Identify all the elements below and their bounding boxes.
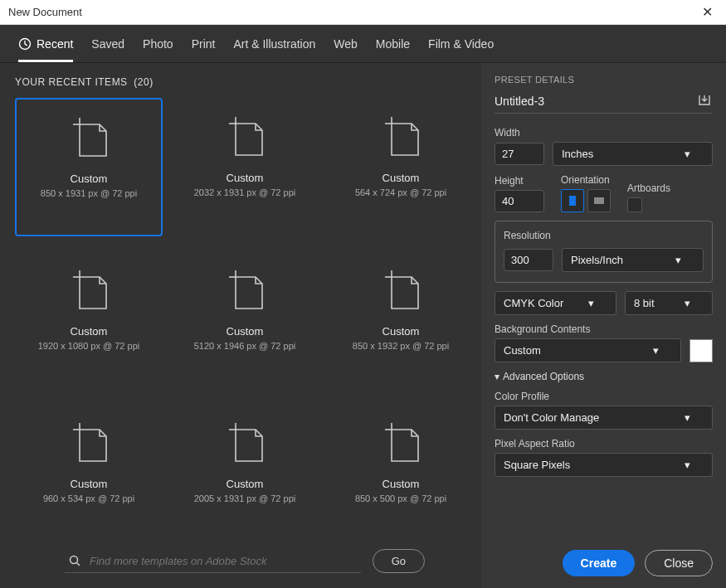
document-icon <box>175 260 314 320</box>
search-input[interactable] <box>90 555 358 567</box>
preset-card[interactable]: Custom5120 x 1946 px @ 72 ppi <box>171 251 319 388</box>
chevron-down-icon: ▾ <box>685 148 690 160</box>
tab-label: Recent <box>37 37 73 51</box>
color-mode-select[interactable]: CMYK Color ▾ <box>495 291 616 315</box>
document-icon <box>331 107 470 167</box>
preset-subtitle: 564 x 724 px @ 72 ppi <box>331 187 470 197</box>
tab-recent[interactable]: Recent <box>18 25 73 62</box>
document-icon <box>175 107 314 167</box>
bg-group: Background Contents Custom ▾ <box>495 323 713 362</box>
orientation-landscape-button[interactable] <box>587 189 611 212</box>
preset-subtitle: 2032 x 1931 px @ 72 ppi <box>175 187 314 197</box>
select-value: Custom <box>504 344 541 357</box>
orientation-portrait-button[interactable] <box>561 189 584 212</box>
save-preset-icon[interactable] <box>696 93 713 109</box>
tab-art[interactable]: Art & Illustration <box>233 25 315 62</box>
bg-color-swatch[interactable] <box>689 339 713 362</box>
tab-label: Art & Illustration <box>233 37 315 51</box>
bg-label: Background Contents <box>495 323 713 335</box>
tab-print[interactable]: Print <box>192 25 216 62</box>
recent-count: (20) <box>134 76 153 88</box>
document-icon <box>19 260 158 320</box>
recent-heading-text: YOUR RECENT ITEMS <box>15 76 128 88</box>
pixel-aspect-select[interactable]: Square Pixels ▾ <box>495 453 713 477</box>
preset-card[interactable]: Custom2032 x 1931 px @ 72 ppi <box>171 98 319 236</box>
preset-subtitle: 1920 x 1080 px @ 72 ppi <box>19 341 158 351</box>
tab-label: Film & Video <box>428 37 494 51</box>
resolution-unit-select[interactable]: Pixels/Inch ▾ <box>562 248 704 272</box>
chevron-down-icon: ▾ <box>675 254 681 266</box>
profile-label: Color Profile <box>495 391 713 402</box>
preset-title: Custom <box>331 172 470 184</box>
svg-rect-22 <box>594 197 604 204</box>
width-input[interactable] <box>495 143 544 165</box>
tab-web[interactable]: Web <box>334 25 358 62</box>
preset-subtitle: 2005 x 1931 px @ 72 ppi <box>175 493 314 503</box>
select-value: Square Pixels <box>504 459 570 471</box>
preset-title: Custom <box>19 325 158 338</box>
color-profile-group: Color Profile Don't Color Manage ▾ <box>495 391 713 430</box>
go-button[interactable]: Go <box>373 549 425 573</box>
doc-name-field[interactable]: Untitled-3 <box>495 95 696 108</box>
width-unit-select[interactable]: Inches ▾ <box>553 142 713 166</box>
select-value: Inches <box>562 148 593 160</box>
preset-title: Custom <box>331 325 470 338</box>
preset-title: Custom <box>331 478 470 490</box>
height-input[interactable] <box>495 190 544 212</box>
close-button[interactable]: Close <box>645 550 713 576</box>
preset-subtitle: 5120 x 1946 px @ 72 ppi <box>175 341 314 351</box>
preset-title: Custom <box>175 172 314 184</box>
document-icon <box>19 413 158 473</box>
chevron-down-icon: ▾ <box>653 344 659 357</box>
preset-title: Custom <box>175 325 314 338</box>
tab-label: Print <box>192 37 216 51</box>
preset-details-heading: PRESET DETAILS <box>495 75 713 85</box>
chevron-down-icon: ▾ <box>495 371 499 382</box>
preset-title: Custom <box>20 173 158 185</box>
recent-panel: YOUR RECENT ITEMS (20) Custom850 x 1931 … <box>0 63 481 588</box>
preset-card[interactable]: Custom850 x 1931 px @ 72 ppi <box>15 98 163 236</box>
color-profile-select[interactable]: Don't Color Manage ▾ <box>495 406 713 430</box>
document-icon <box>331 260 470 320</box>
app-body: Recent Saved Photo Print Art & Illustrat… <box>0 25 726 588</box>
preset-subtitle: 960 x 534 px @ 72 ppi <box>19 493 158 503</box>
chevron-down-icon: ▾ <box>685 411 690 424</box>
resolution-group: Resolution Pixels/Inch ▾ <box>495 221 713 283</box>
height-row: Height Orientation Artboards <box>495 174 713 212</box>
width-label: Width <box>495 127 713 138</box>
tab-saved[interactable]: Saved <box>91 25 124 62</box>
tab-mobile[interactable]: Mobile <box>376 25 410 62</box>
close-icon[interactable]: ✕ <box>697 4 718 20</box>
resolution-input[interactable] <box>504 249 553 271</box>
preset-card[interactable]: Custom850 x 500 px @ 72 ppi <box>327 404 475 541</box>
tab-photo[interactable]: Photo <box>143 25 173 62</box>
chevron-down-icon: ▾ <box>685 297 690 309</box>
preset-subtitle: 850 x 1931 px @ 72 ppi <box>20 188 158 198</box>
preset-card[interactable]: Custom564 x 724 px @ 72 ppi <box>327 98 475 236</box>
create-button[interactable]: Create <box>563 550 636 576</box>
preset-subtitle: 850 x 1932 px @ 72 ppi <box>331 341 470 351</box>
category-tabs: Recent Saved Photo Print Art & Illustrat… <box>0 25 726 63</box>
preset-card[interactable]: Custom2005 x 1931 px @ 72 ppi <box>171 404 319 541</box>
portrait-icon <box>566 194 579 207</box>
artboards-checkbox[interactable] <box>627 197 642 212</box>
preset-card[interactable]: Custom850 x 1932 px @ 72 ppi <box>327 251 475 388</box>
document-icon <box>331 413 470 473</box>
tab-label: Saved <box>91 37 124 51</box>
search-row: Go <box>15 541 475 578</box>
preset-card[interactable]: Custom1920 x 1080 px @ 72 ppi <box>15 251 163 388</box>
select-value: Don't Color Manage <box>504 411 599 424</box>
preset-card[interactable]: Custom960 x 534 px @ 72 ppi <box>15 404 163 541</box>
bg-select[interactable]: Custom ▾ <box>495 338 681 362</box>
chevron-down-icon: ▾ <box>588 297 594 309</box>
recent-heading: YOUR RECENT ITEMS (20) <box>15 76 475 88</box>
search-box[interactable] <box>65 549 361 573</box>
advanced-label: Advanced Options <box>503 371 584 382</box>
advanced-options-toggle[interactable]: ▾ Advanced Options <box>495 371 713 382</box>
tab-film[interactable]: Film & Video <box>428 25 494 62</box>
resolution-label: Resolution <box>504 230 704 241</box>
orientation-label: Orientation <box>561 174 611 186</box>
tab-label: Web <box>334 37 358 51</box>
pixel-aspect-group: Pixel Aspect Ratio Square Pixels ▾ <box>495 438 713 477</box>
bit-depth-select[interactable]: 8 bit ▾ <box>625 291 713 315</box>
